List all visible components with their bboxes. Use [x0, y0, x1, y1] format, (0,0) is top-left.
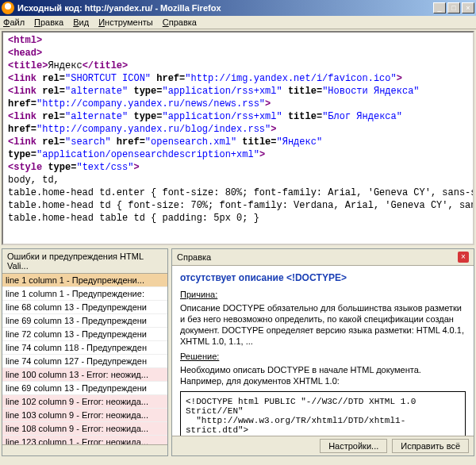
scrollbar-horizontal[interactable]	[2, 444, 167, 455]
window-controls: _ □ ×	[433, 2, 474, 13]
source-line: <link rel="alternate" type="application/…	[8, 85, 468, 98]
help-code-example: <!DOCTYPE html PUBLIC "-//W3C//DTD XHTML…	[180, 391, 466, 436]
menu-file[interactable]: Файл	[3, 17, 25, 27]
menu-help[interactable]: Справка	[163, 17, 197, 27]
source-line: href="http://company.yandex.ru/news/news…	[8, 98, 468, 110]
window-title: Исходный код: http://yandex.ru/ - Mozill…	[17, 3, 433, 13]
error-list-item[interactable]: line 103 column 9 - Error: неожида...	[2, 409, 167, 422]
error-list-item[interactable]: line 72 column 13 - Предупреждени	[2, 328, 167, 341]
error-list-item[interactable]: line 100 column 13 - Error: неожид...	[2, 368, 167, 382]
source-line: body, td,	[8, 174, 468, 186]
menu-file-rest: айл	[10, 17, 25, 27]
close-icon[interactable]: ×	[458, 252, 469, 263]
settings-button[interactable]: Настройки...	[320, 439, 387, 453]
help-reason-label: Причина:	[180, 290, 466, 299]
source-line: href="http://company.yandex.ru/blog/inde…	[8, 123, 468, 136]
source-line: <html>	[8, 34, 468, 47]
help-content: отсутствует описание <!DOCTYPE> Причина:…	[172, 266, 474, 436]
error-list-item[interactable]: line 1 column 1 - Предупреждени...	[2, 274, 167, 287]
error-list-item[interactable]: line 123 column 1 - Error: неожида...	[2, 436, 167, 444]
error-list-item[interactable]: line 74 column 118 - Предупрежден	[2, 341, 167, 355]
source-code-pane[interactable]: <html><head><title>Яндекс</title><link r…	[2, 31, 474, 245]
menu-edit[interactable]: Правка	[34, 17, 63, 27]
source-line: <style type="text/css">	[8, 161, 468, 174]
source-line: table.home-head table td { padding: 5px …	[8, 212, 468, 225]
error-list-item[interactable]: line 108 column 9 - Error: неожида...	[2, 422, 167, 436]
bottom-panels: Ошибки и предупреждения HTML Vali... lin…	[0, 247, 476, 458]
help-panel: Справка × отсутствует описание <!DOCTYPE…	[171, 248, 474, 456]
error-list-item[interactable]: line 74 column 127 - Предупрежден	[2, 355, 167, 368]
errors-panel: Ошибки и предупреждения HTML Vali... lin…	[2, 248, 168, 456]
source-line: <link rel="alternate" type="application/…	[8, 110, 468, 123]
source-line: <link rel="SHORTCUT ICON" href="http://i…	[8, 72, 468, 85]
error-list-item[interactable]: line 1 column 1 - Предупреждение:	[2, 287, 167, 301]
help-topic-title: отсутствует описание <!DOCTYPE>	[180, 272, 466, 283]
source-line: <title>Яндекс</title>	[8, 60, 468, 72]
help-panel-title: Справка	[177, 252, 458, 262]
help-solution-text: Необходимо описать DOCTYPE в начале HTML…	[180, 364, 466, 386]
error-list-item[interactable]: line 69 column 13 - Предупреждени	[2, 314, 167, 328]
menu-tools[interactable]: Инструменты	[98, 17, 153, 27]
errors-panel-header: Ошибки и предупреждения HTML Vali...	[2, 249, 167, 274]
help-solution-label: Решение:	[180, 352, 466, 361]
minimize-button[interactable]: _	[433, 2, 446, 13]
help-panel-header: Справка ×	[172, 249, 474, 266]
source-line: table.home-head td.enter { font-size: 80…	[8, 186, 468, 199]
help-reason-text: Описание DOCTYPE обязательно для большин…	[180, 302, 466, 347]
firefox-icon	[2, 2, 14, 14]
help-button-bar: Настройки... Исправить всё	[172, 436, 474, 455]
error-list-item[interactable]: line 68 column 13 - Предупреждени	[2, 301, 167, 314]
errors-panel-title: Ошибки и предупреждения HTML Vali...	[7, 252, 163, 271]
fix-all-button[interactable]: Исправить всё	[392, 439, 469, 453]
maximize-button[interactable]: □	[447, 2, 460, 13]
errors-list[interactable]: line 1 column 1 - Предупреждени...line 1…	[2, 274, 167, 444]
close-button[interactable]: ×	[462, 2, 474, 13]
menu-bar: Файл Правка Вид Инструменты Справка	[0, 16, 476, 29]
menu-view[interactable]: Вид	[73, 17, 89, 27]
window-titlebar: Исходный код: http://yandex.ru/ - Mozill…	[0, 0, 476, 16]
error-list-item[interactable]: line 102 column 9 - Error: неожида...	[2, 395, 167, 409]
source-line: <head>	[8, 47, 468, 60]
source-line: type="application/opensearchdescription+…	[8, 148, 468, 161]
source-line: <link rel="search" href="opensearch.xml"…	[8, 136, 468, 148]
source-line: table.home-head td { font-size: 70%; fon…	[8, 199, 468, 212]
error-list-item[interactable]: line 69 column 13 - Предупреждени	[2, 382, 167, 395]
